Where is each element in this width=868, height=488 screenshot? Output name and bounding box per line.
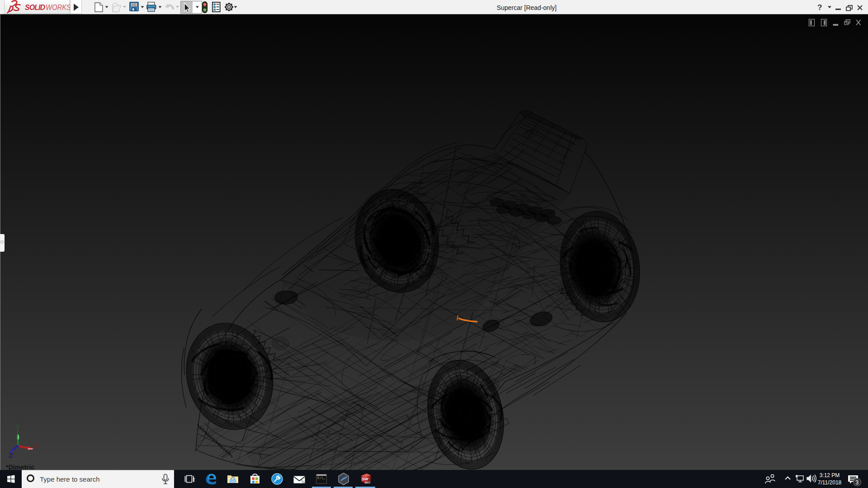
- svg-text:3: 3: [856, 479, 859, 486]
- svg-text:?: ?: [817, 3, 822, 12]
- svg-text:2017: 2017: [365, 481, 370, 484]
- svg-text:C:\_: C:\_: [317, 476, 326, 480]
- svg-text:SW: SW: [362, 477, 369, 481]
